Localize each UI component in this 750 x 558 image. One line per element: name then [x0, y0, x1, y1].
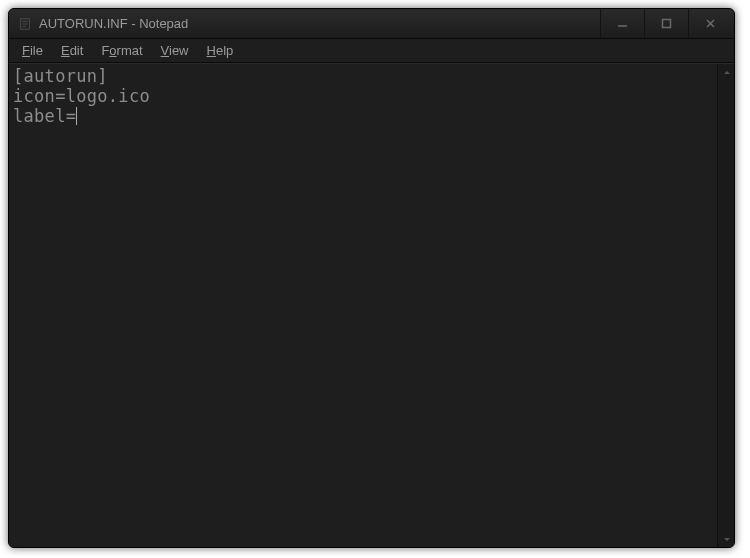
- chevron-up-icon: [723, 69, 731, 77]
- svg-rect-5: [663, 20, 671, 28]
- close-button[interactable]: [688, 9, 732, 38]
- chevron-down-icon: [723, 535, 731, 543]
- text-editor[interactable]: [autorun] icon=logo.ico label=: [9, 64, 717, 547]
- menu-format[interactable]: Format: [92, 41, 151, 60]
- notepad-window: AUTORUN.INF - Notepad File Edit Format V…: [8, 8, 735, 548]
- maximize-button[interactable]: [644, 9, 688, 38]
- minimize-button[interactable]: [600, 9, 644, 38]
- minimize-icon: [617, 18, 628, 29]
- menu-help[interactable]: Help: [198, 41, 243, 60]
- vertical-scrollbar[interactable]: [717, 64, 734, 547]
- scroll-down-button[interactable]: [718, 530, 735, 547]
- menu-edit[interactable]: Edit: [52, 41, 92, 60]
- maximize-icon: [661, 18, 672, 29]
- editor-area: [autorun] icon=logo.ico label=: [9, 63, 734, 547]
- window-controls: [600, 9, 732, 38]
- menu-view[interactable]: View: [152, 41, 198, 60]
- menubar: File Edit Format View Help: [9, 39, 734, 63]
- menu-file[interactable]: File: [13, 41, 52, 60]
- window-title: AUTORUN.INF - Notepad: [39, 16, 600, 31]
- scroll-up-button[interactable]: [718, 64, 735, 81]
- titlebar[interactable]: AUTORUN.INF - Notepad: [9, 9, 734, 39]
- notepad-icon: [17, 16, 33, 32]
- close-icon: [705, 18, 716, 29]
